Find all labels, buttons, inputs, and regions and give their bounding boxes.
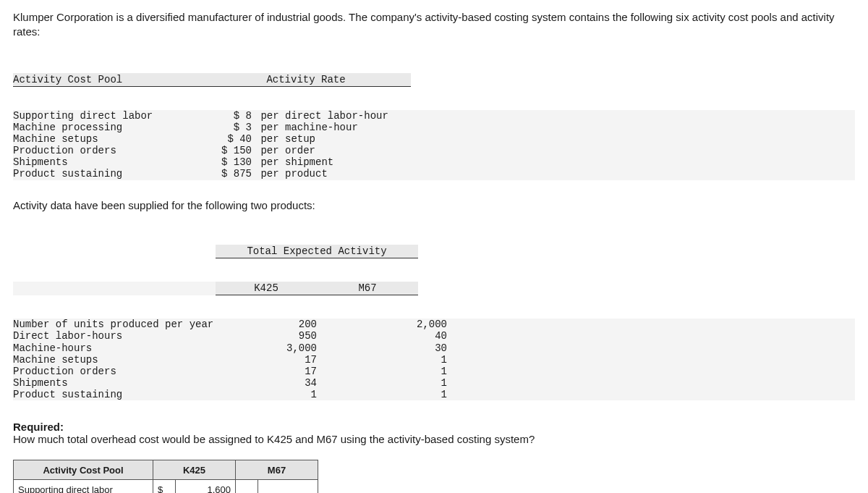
input-row-label: Supporting direct labor — [14, 480, 153, 493]
m67-currency-cell[interactable] — [236, 480, 258, 493]
activity-k425: 1 — [216, 389, 346, 400]
activity-m67: 1 — [346, 377, 476, 389]
rate-unit: per setup — [252, 133, 414, 145]
rate-amount: $ 875 — [201, 168, 252, 180]
rate-pool: Shipments — [13, 156, 201, 168]
rate-amount: $ 40 — [201, 133, 252, 145]
rate-pool: Machine processing — [13, 122, 201, 133]
th-activity-cost-pool-2: Activity Cost Pool — [14, 460, 153, 480]
rate-unit: per product — [252, 168, 414, 180]
activity-rate-table: Activity Cost Pool Activity Rate Support… — [13, 50, 855, 192]
rate-unit: per shipment — [252, 156, 414, 168]
rate-amount: $ 8 — [201, 110, 252, 122]
activity-k425: 3,000 — [216, 342, 346, 354]
th-k425-2: K425 — [153, 460, 236, 480]
expected-activity-table: Total Expected Activity K425 M67 Number … — [13, 222, 855, 413]
activity-label: Machine-hours — [13, 342, 216, 354]
rate-unit: per machine-hour — [252, 122, 414, 133]
th-activity-cost-pool: Activity Cost Pool — [13, 73, 201, 87]
th-m67: M67 — [317, 282, 418, 295]
activity-label: Number of units produced per year — [13, 319, 216, 330]
activity-k425: 34 — [216, 377, 346, 389]
rate-amount: $ 3 — [201, 122, 252, 133]
activity-label: Product sustaining — [13, 389, 216, 400]
th-m67-2: M67 — [236, 460, 318, 480]
activity-label: Shipments — [13, 377, 216, 389]
activity-m67: 30 — [346, 342, 476, 354]
required-label: Required: — [13, 421, 64, 433]
th-total-expected-activity: Total Expected Activity — [216, 245, 418, 258]
activity-m67: 2,000 — [346, 319, 476, 330]
activity-label: Machine setups — [13, 354, 216, 366]
rate-amount: $ 130 — [201, 156, 252, 168]
k425-currency-cell[interactable]: $ — [153, 480, 176, 493]
rate-pool: Product sustaining — [13, 168, 201, 180]
activity-m67: 1 — [346, 389, 476, 400]
activity-k425: 17 — [216, 366, 346, 377]
activity-k425: 950 — [216, 330, 346, 342]
activity-m67: 40 — [346, 330, 476, 342]
activity-m67: 1 — [346, 354, 476, 366]
activity-label: Production orders — [13, 366, 216, 377]
intro-text: Klumper Corporation is a diversified man… — [13, 10, 855, 40]
rate-pool: Production orders — [13, 145, 201, 156]
activity-label: Direct labor-hours — [13, 330, 216, 342]
m67-value-cell[interactable] — [258, 480, 318, 493]
activity-k425: 17 — [216, 354, 346, 366]
k425-value-cell[interactable]: 1,600 — [176, 480, 236, 493]
rate-unit: per order — [252, 145, 414, 156]
activity-k425: 200 — [216, 319, 346, 330]
rate-pool: Machine setups — [13, 133, 201, 145]
th-k425: K425 — [216, 282, 317, 295]
rate-unit: per direct labor-hour — [252, 110, 414, 122]
required-question: How much total overhead cost would be as… — [13, 433, 535, 445]
rate-pool: Supporting direct labor — [13, 110, 201, 122]
rate-amount: $ 150 — [201, 145, 252, 156]
overhead-input-table: Activity Cost Pool K425 M67 Supporting d… — [13, 460, 318, 493]
activity-m67: 1 — [346, 366, 476, 377]
required-section: Required: How much total overhead cost w… — [13, 421, 855, 445]
th-activity-rate: Activity Rate — [201, 73, 411, 87]
activity-data-text: Activity data have been supplied for the… — [13, 199, 855, 211]
